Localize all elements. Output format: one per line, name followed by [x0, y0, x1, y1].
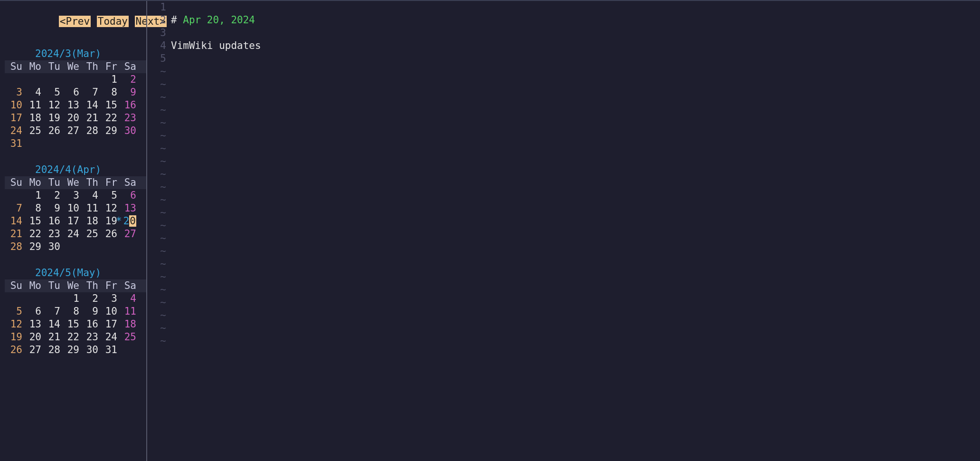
day-cell[interactable]: 17: [5, 112, 24, 125]
day-cell[interactable]: 21: [5, 228, 24, 240]
day-cell[interactable]: 11: [24, 99, 43, 112]
day-cell[interactable]: 25: [24, 125, 43, 137]
day-cell[interactable]: 19: [43, 112, 62, 125]
day-cell[interactable]: 12: [43, 99, 62, 112]
day-cell[interactable]: 7: [5, 202, 24, 215]
day-cell[interactable]: 30: [81, 344, 100, 356]
day-cell[interactable]: 24: [62, 228, 81, 240]
day-cell[interactable]: 25: [81, 228, 100, 240]
day-cell[interactable]: 28: [43, 344, 62, 356]
day-cell[interactable]: *20: [119, 215, 138, 228]
day-cell[interactable]: 21: [81, 112, 100, 125]
day-cell[interactable]: 18: [81, 215, 100, 228]
day-cell[interactable]: 3: [5, 86, 24, 99]
buffer-line[interactable]: [171, 27, 980, 39]
buffer-content[interactable]: # Apr 20, 2024 VimWiki updates: [171, 1, 980, 461]
day-cell[interactable]: 19: [5, 331, 24, 344]
day-cell[interactable]: 10: [62, 202, 81, 215]
day-cell[interactable]: 9: [81, 305, 100, 318]
buffer-line[interactable]: # Apr 20, 2024: [171, 14, 980, 27]
day-cell[interactable]: 31: [5, 137, 24, 150]
day-cell[interactable]: 26: [100, 228, 119, 240]
day-cell[interactable]: 16: [43, 215, 62, 228]
day-cell[interactable]: 15: [62, 318, 81, 331]
day-cell[interactable]: 12: [100, 202, 119, 215]
day-cell[interactable]: 4: [81, 189, 100, 202]
day-cell[interactable]: 4: [119, 292, 138, 305]
day-cell[interactable]: 2: [81, 292, 100, 305]
day-cell[interactable]: 31: [100, 344, 119, 356]
buffer-line[interactable]: [171, 1, 980, 14]
day-cell[interactable]: 12: [5, 318, 24, 331]
day-cell[interactable]: 1: [62, 292, 81, 305]
day-cell[interactable]: 7: [43, 305, 62, 318]
day-cell[interactable]: 1: [100, 73, 119, 86]
day-cell[interactable]: 14: [5, 215, 24, 228]
day-cell[interactable]: 27: [119, 228, 138, 240]
day-cell[interactable]: 20: [62, 112, 81, 125]
day-cell[interactable]: 26: [5, 344, 24, 356]
today-button[interactable]: Today: [97, 16, 129, 27]
day-cell[interactable]: 2: [119, 73, 138, 86]
prev-button[interactable]: <Prev: [59, 16, 91, 27]
day-cell[interactable]: 29: [24, 240, 43, 253]
day-cell[interactable]: 23: [43, 228, 62, 240]
day-cell[interactable]: 26: [43, 125, 62, 137]
day-cell[interactable]: 27: [24, 344, 43, 356]
day-cell[interactable]: 8: [24, 202, 43, 215]
day-cell[interactable]: 8: [100, 86, 119, 99]
day-cell[interactable]: 6: [119, 189, 138, 202]
day-cell[interactable]: 13: [119, 202, 138, 215]
day-cell[interactable]: 9: [119, 86, 138, 99]
day-cell[interactable]: 3: [100, 292, 119, 305]
day-cell[interactable]: 1: [24, 189, 43, 202]
day-cell[interactable]: 25: [119, 331, 138, 344]
day-cell[interactable]: 11: [81, 202, 100, 215]
day-cell[interactable]: 3: [62, 189, 81, 202]
day-cell[interactable]: 2: [43, 189, 62, 202]
day-cell[interactable]: 16: [119, 99, 138, 112]
day-cell[interactable]: 10: [5, 99, 24, 112]
day-cell[interactable]: 10: [100, 305, 119, 318]
day-cell[interactable]: 21: [43, 331, 62, 344]
day-cell[interactable]: 9: [43, 202, 62, 215]
day-cell[interactable]: 4: [24, 86, 43, 99]
day-cell[interactable]: 20: [24, 331, 43, 344]
day-cell[interactable]: 8: [62, 305, 81, 318]
day-cell[interactable]: 14: [81, 99, 100, 112]
day-cell[interactable]: 28: [81, 125, 100, 137]
day-cell[interactable]: 17: [62, 215, 81, 228]
day-cell[interactable]: 23: [119, 112, 138, 125]
day-cell[interactable]: 5: [43, 86, 62, 99]
day-cell[interactable]: 29: [100, 125, 119, 137]
day-cell[interactable]: 16: [81, 318, 100, 331]
day-cell[interactable]: 7: [81, 86, 100, 99]
day-cell[interactable]: 14: [43, 318, 62, 331]
day-cell[interactable]: 22: [100, 112, 119, 125]
editor-pane[interactable]: 12345~~~~~~~~~~~~~~~~~~~~~~ # Apr 20, 20…: [147, 1, 980, 461]
day-cell[interactable]: 17: [100, 318, 119, 331]
day-cell[interactable]: 13: [62, 99, 81, 112]
day-cell[interactable]: 27: [62, 125, 81, 137]
day-cell[interactable]: 5: [5, 305, 24, 318]
day-cell[interactable]: 23: [81, 331, 100, 344]
day-cell[interactable]: 15: [24, 215, 43, 228]
day-cell[interactable]: 6: [62, 86, 81, 99]
day-cell[interactable]: 18: [24, 112, 43, 125]
day-cell[interactable]: 11: [119, 305, 138, 318]
day-cell[interactable]: 24: [100, 331, 119, 344]
day-cell[interactable]: 18: [119, 318, 138, 331]
day-cell[interactable]: 30: [43, 240, 62, 253]
day-cell[interactable]: 29: [62, 344, 81, 356]
day-cell[interactable]: 22: [62, 331, 81, 344]
day-cell[interactable]: 22: [24, 228, 43, 240]
day-cell[interactable]: 30: [119, 125, 138, 137]
day-cell[interactable]: 13: [24, 318, 43, 331]
day-cell[interactable]: 6: [24, 305, 43, 318]
day-cell[interactable]: 28: [5, 240, 24, 253]
day-cell[interactable]: 15: [100, 99, 119, 112]
buffer-line[interactable]: [171, 52, 980, 65]
day-cell[interactable]: 5: [100, 189, 119, 202]
day-cell[interactable]: 24: [5, 125, 24, 137]
buffer-line[interactable]: VimWiki updates: [171, 39, 980, 52]
